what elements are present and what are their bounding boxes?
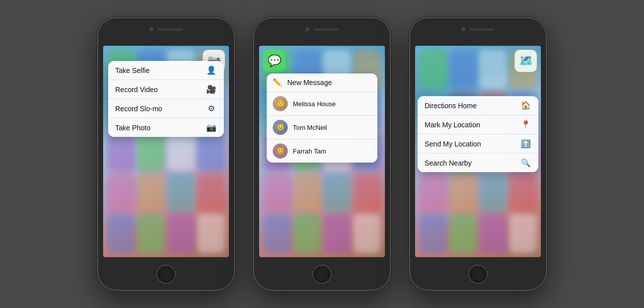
- phone-top-messages: [305, 27, 339, 31]
- phone-top-camera: [149, 27, 183, 31]
- phone-maps: 🗺️ Directions Home 🏠 Mark My Location 📍 …: [410, 18, 546, 290]
- speaker-bar: [157, 28, 183, 31]
- phone-camera: 📷 Take Selfie 👤 Record Video 🎥 Record Sl…: [98, 18, 234, 290]
- take-selfie-icon: 👤: [206, 65, 217, 75]
- record-video-icon: 🎥: [206, 85, 217, 94]
- new-message-item[interactable]: ✏️ New Message: [267, 73, 377, 92]
- home-button-camera[interactable]: [156, 265, 176, 284]
- contact-melissa-name: Melissa House: [293, 100, 336, 108]
- record-video-item[interactable]: Record Video 🎥: [108, 80, 224, 99]
- take-photo-label: Take Photo: [115, 124, 150, 132]
- directions-home-label: Directions Home: [425, 102, 476, 110]
- search-nearby-label: Search Nearby: [425, 159, 471, 167]
- take-selfie-label: Take Selfie: [115, 66, 149, 74]
- record-video-label: Record Video: [115, 86, 158, 94]
- contact-tom-item[interactable]: 😐 Tom McNeil: [267, 116, 377, 139]
- new-message-label: New Message: [287, 79, 332, 87]
- home-button-maps[interactable]: [468, 265, 488, 284]
- mark-location-label: Mark My Location: [425, 121, 480, 129]
- search-nearby-icon: 🔍: [520, 158, 531, 168]
- phone-messages: 💬 ✏️ New Message 🙂 Melissa House 😐 Tom M…: [254, 18, 390, 290]
- camera-dot: [149, 27, 153, 31]
- contact-avatar-melissa: 🙂: [273, 96, 288, 111]
- phone-top-maps: [461, 27, 495, 31]
- take-photo-item[interactable]: Take Photo 📷: [108, 118, 224, 137]
- mark-location-icon: 📍: [520, 120, 531, 129]
- contact-farrah-name: Farrah Tam: [293, 147, 326, 155]
- maps-context-menu: Directions Home 🏠 Mark My Location 📍 Sen…: [418, 96, 538, 172]
- directions-home-icon: 🏠: [520, 101, 531, 110]
- avatar-tom-face: 😐: [277, 124, 284, 131]
- send-location-icon: ⬆️: [520, 139, 531, 148]
- send-location-label: Send My Location: [425, 140, 481, 148]
- home-button-messages[interactable]: [312, 265, 332, 284]
- speaker-bar-3: [469, 28, 495, 31]
- contact-melissa-item[interactable]: 🙂 Melissa House: [267, 92, 377, 116]
- search-nearby-item[interactable]: Search Nearby 🔍: [418, 153, 538, 172]
- record-slomo-item[interactable]: Record Slo-mo ⚙: [108, 99, 224, 118]
- send-location-item[interactable]: Send My Location ⬆️: [418, 134, 538, 153]
- messages-context-menu: ✏️ New Message 🙂 Melissa House 😐 Tom McN…: [267, 73, 377, 163]
- contact-tom-name: Tom McNeil: [293, 124, 327, 131]
- take-selfie-item[interactable]: Take Selfie 👤: [108, 61, 224, 80]
- camera-context-menu: Take Selfie 👤 Record Video 🎥 Record Slo-…: [108, 61, 224, 137]
- contact-farrah-item[interactable]: 😊 Farrah Tam: [267, 139, 377, 163]
- mark-location-item[interactable]: Mark My Location 📍: [418, 115, 538, 134]
- phone-screen-maps: 🗺️ Directions Home 🏠 Mark My Location 📍 …: [415, 46, 541, 257]
- maps-app-icon[interactable]: 🗺️: [515, 50, 537, 72]
- record-slomo-icon: ⚙: [206, 104, 217, 113]
- camera-dot-2: [305, 27, 309, 31]
- avatar-melissa-face: 🙂: [277, 100, 284, 107]
- compose-icon: ✏️: [273, 78, 282, 87]
- camera-dot-3: [461, 27, 465, 31]
- messages-app-icon[interactable]: 💬: [263, 50, 285, 72]
- contact-avatar-tom: 😐: [273, 120, 288, 135]
- phone-screen-messages: 💬 ✏️ New Message 🙂 Melissa House 😐 Tom M…: [259, 46, 385, 257]
- phone-screen-camera: 📷 Take Selfie 👤 Record Video 🎥 Record Sl…: [103, 46, 229, 257]
- directions-home-item[interactable]: Directions Home 🏠: [418, 96, 538, 115]
- record-slomo-label: Record Slo-mo: [115, 105, 162, 113]
- maps-icon-inner: 🗺️: [515, 50, 537, 72]
- take-photo-icon: 📷: [206, 123, 217, 132]
- speaker-bar-2: [313, 28, 339, 31]
- avatar-farrah-face: 😊: [277, 147, 284, 155]
- contact-avatar-farrah: 😊: [273, 143, 288, 159]
